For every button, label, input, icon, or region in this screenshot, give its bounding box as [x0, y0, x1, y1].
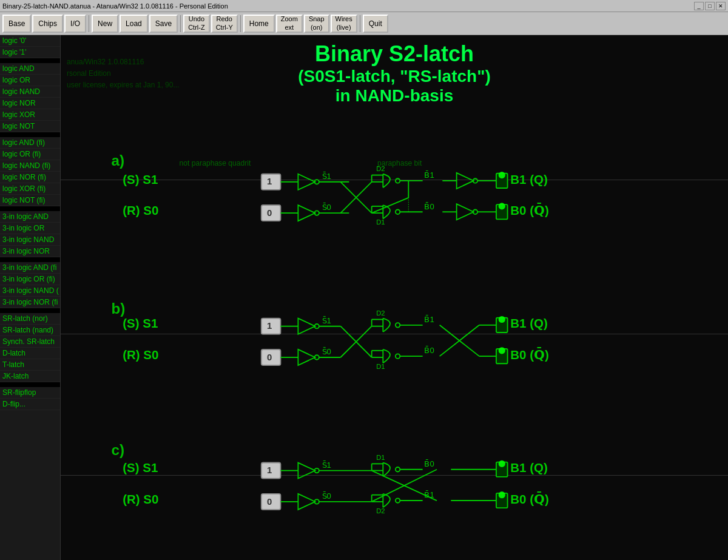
- canvas-area[interactable]: anua/Win32 1.0.081116 rsonal Edition use…: [61, 35, 728, 560]
- sidebar-item-sr-flipflop[interactable]: SR-flipflop: [0, 387, 60, 399]
- sidebar-item-synch-sr[interactable]: Synch. SR-latch: [0, 336, 60, 348]
- save-button[interactable]: Save: [149, 15, 178, 33]
- sidebar-divider-6: [0, 382, 60, 387]
- sidebar-item-nand-fi[interactable]: logic NAND (fi): [0, 160, 60, 172]
- sidebar-item-not-fi[interactable]: logic NOT (fi): [0, 195, 60, 206]
- sidebar-item-sr-nor[interactable]: SR-latch (nor): [0, 313, 60, 325]
- base-menu[interactable]: Base: [2, 15, 31, 33]
- sidebar-item-3nand-fi[interactable]: 3-in logic NAND (: [0, 285, 60, 297]
- svg-marker-11: [298, 174, 315, 190]
- sidebar-item-d-latch[interactable]: D-latch: [0, 348, 60, 359]
- chips-menu[interactable]: Chips: [32, 15, 63, 33]
- svg-text:D1: D1: [376, 454, 385, 461]
- sidebar-item-or-fi[interactable]: logic OR (fi): [0, 149, 60, 160]
- header-subtitle2: in NAND-basis: [61, 86, 728, 106]
- svg-text:B̄1: B̄1: [424, 315, 434, 324]
- title-bar-text: Binary-25-latch-NAND.atanua - Atanua/Win…: [2, 2, 694, 10]
- minimize-button[interactable]: _: [694, 2, 704, 10]
- sidebar-item-3or-fi[interactable]: 3-in logic OR (fi): [0, 274, 60, 285]
- sidebar-item-nor-fi[interactable]: logic NOR (fi): [0, 172, 60, 183]
- svg-text:B1 (Q): B1 (Q): [510, 316, 548, 330]
- svg-point-121: [396, 467, 400, 471]
- svg-text:D1: D1: [376, 218, 385, 226]
- sidebar-item-sr-nand[interactable]: SR-latch (nand): [0, 325, 60, 336]
- svg-marker-14: [298, 205, 315, 221]
- svg-text:S̄0: S̄0: [322, 491, 331, 501]
- home-button[interactable]: Home: [243, 15, 275, 33]
- sidebar-item-3and[interactable]: 3-in logic AND: [0, 211, 60, 223]
- svg-text:0: 0: [267, 352, 272, 362]
- sidebar-item-3and-fi[interactable]: 3-in logic AND (fi: [0, 262, 60, 274]
- sidebar-item-logic1[interactable]: logic '1': [0, 47, 60, 58]
- svg-text:not paraphase quadrit: not paraphase quadrit: [179, 159, 251, 167]
- sidebar-item-d-flip[interactable]: D-flip...: [0, 399, 60, 410]
- svg-text:(R) S0: (R) S0: [123, 348, 158, 362]
- sidebar-divider-4: [0, 257, 60, 262]
- sidebar-item-t-latch[interactable]: T-latch: [0, 359, 60, 371]
- sidebar-item-or[interactable]: logic OR: [0, 75, 60, 86]
- svg-text:0: 0: [267, 496, 272, 507]
- svg-marker-40: [457, 173, 474, 189]
- sidebar-item-3nor[interactable]: 3-in logic NOR: [0, 246, 60, 257]
- svg-text:B̄0: B̄0: [424, 459, 434, 468]
- svg-marker-108: [298, 463, 315, 479]
- svg-text:B̄1: B̄1: [424, 170, 434, 180]
- sidebar-item-and[interactable]: logic AND: [0, 63, 60, 75]
- separator-1: [89, 15, 89, 32]
- svg-text:1: 1: [267, 465, 272, 475]
- svg-point-32: [396, 210, 400, 214]
- svg-line-136: [372, 471, 437, 501]
- svg-point-47: [499, 172, 505, 178]
- new-button[interactable]: New: [92, 15, 118, 33]
- svg-text:(R) S0: (R) S0: [123, 492, 158, 506]
- close-button[interactable]: ✕: [716, 2, 726, 10]
- wires-button[interactable]: Wires (live): [331, 15, 357, 33]
- main-layout: logic '0' logic '1' logic AND logic OR l…: [0, 35, 728, 560]
- sidebar-item-not[interactable]: logic NOT: [0, 121, 60, 132]
- svg-point-84: [396, 354, 400, 358]
- svg-text:D2: D2: [376, 165, 385, 172]
- quit-button[interactable]: Quit: [363, 15, 388, 33]
- circuit-diagram: a) not paraphase quadrit paraphase bit (…: [61, 70, 728, 560]
- separator-3: [240, 15, 241, 32]
- title-bar-controls: _ □ ✕: [694, 2, 726, 10]
- svg-text:(S) S1: (S) S1: [123, 316, 158, 330]
- svg-text:0: 0: [267, 207, 272, 218]
- svg-point-127: [396, 498, 400, 502]
- sidebar-item-jk-latch[interactable]: JK-latch: [0, 371, 60, 382]
- svg-text:B0 (Q̄): B0 (Q̄): [510, 347, 549, 362]
- sidebar-item-xor[interactable]: logic XOR: [0, 109, 60, 121]
- svg-point-78: [396, 323, 400, 327]
- svg-text:B1 (Q): B1 (Q): [510, 460, 548, 474]
- sidebar-item-3or[interactable]: 3-in logic OR: [0, 223, 60, 234]
- sidebar-item-nand[interactable]: logic NAND: [0, 86, 60, 98]
- svg-text:S̄0: S̄0: [322, 203, 331, 212]
- sidebar-item-xor-fi[interactable]: logic XOR (fi): [0, 183, 60, 195]
- sidebar-item-nor[interactable]: logic NOR: [0, 98, 60, 109]
- svg-text:B̄0: B̄0: [424, 202, 434, 211]
- sidebar-item-3nand[interactable]: 3-in logic NAND: [0, 234, 60, 246]
- svg-text:D2: D2: [376, 507, 385, 514]
- svg-point-95: [499, 316, 505, 323]
- svg-marker-66: [298, 349, 315, 365]
- maximize-button[interactable]: □: [705, 2, 715, 10]
- svg-text:S̄1: S̄1: [322, 316, 331, 325]
- snap-button[interactable]: Snap (on): [304, 15, 329, 33]
- load-button[interactable]: Load: [120, 15, 148, 33]
- redo-button[interactable]: Redo Ctrl-Y: [211, 15, 238, 33]
- svg-marker-111: [298, 494, 315, 510]
- sidebar-item-logic0[interactable]: logic '0': [0, 35, 60, 47]
- title-bar: Binary-25-latch-NAND.atanua - Atanua/Win…: [0, 0, 728, 12]
- sidebar-divider-5: [0, 308, 60, 313]
- undo-button[interactable]: Undo Ctrl-Z: [183, 15, 210, 33]
- sidebar-item-3nor-fi[interactable]: 3-in logic NOR (fi: [0, 297, 60, 308]
- io-menu[interactable]: I/O: [64, 15, 86, 33]
- sidebar: logic '0' logic '1' logic AND logic OR l…: [0, 35, 61, 560]
- svg-point-26: [396, 178, 400, 183]
- svg-text:D2: D2: [376, 309, 385, 317]
- svg-point-97: [499, 347, 505, 354]
- zoom-button[interactable]: Zoom ext: [276, 15, 303, 33]
- svg-text:1: 1: [267, 320, 272, 331]
- sidebar-item-and-fi[interactable]: logic AND (fi): [0, 137, 60, 149]
- svg-text:(S) S1: (S) S1: [123, 172, 158, 186]
